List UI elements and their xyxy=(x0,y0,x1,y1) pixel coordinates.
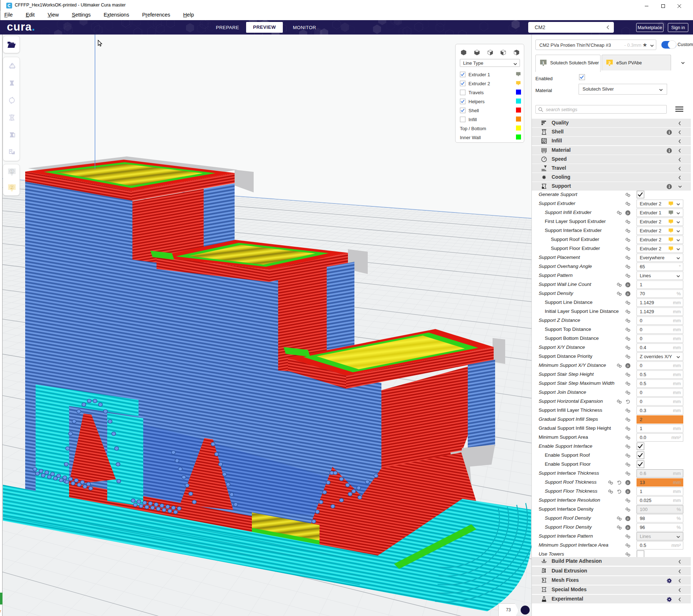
svg-text:fx: fx xyxy=(627,292,629,296)
svg-text:fx: fx xyxy=(627,526,629,529)
svg-text:2: 2 xyxy=(10,185,13,190)
svg-text:fx: fx xyxy=(627,283,629,287)
svg-text:fx: fx xyxy=(627,211,629,215)
svg-text:fx: fx xyxy=(627,490,629,493)
svg-text:2: 2 xyxy=(608,60,611,65)
svg-text:1: 1 xyxy=(10,169,13,174)
svg-text:?: ? xyxy=(543,588,545,592)
svg-text:fx: fx xyxy=(627,517,629,520)
svg-text:fx: fx xyxy=(627,481,629,484)
svg-text:fx: fx xyxy=(627,364,629,368)
svg-text:1: 1 xyxy=(542,60,545,65)
